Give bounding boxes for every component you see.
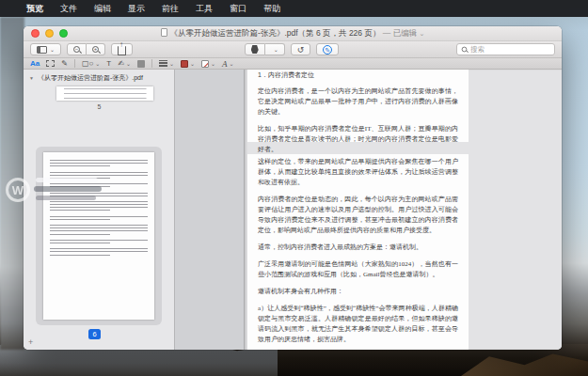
thumbnail-sidebar: ▼ 《从零开始做运营进阶篇-张亮》.pdf 5 6 <box>24 70 175 350</box>
page-6-badge: 6 <box>88 329 101 339</box>
pdf-page: 1．内容消费者定位 定位内容消费者，是一个以内容为主的网站或产品首先要做的事情，… <box>244 70 562 350</box>
sidebar-filename: 《从零开始做运营进阶篇-张亮》.pdf <box>38 73 143 83</box>
sketch-tool[interactable]: ✎ <box>61 59 68 68</box>
chevron-down-icon: ⌄ <box>230 60 234 67</box>
chevron-down-icon: ⌄ <box>190 60 195 67</box>
wallpaper-left-blur <box>0 17 24 350</box>
rotate-icon: ↺ <box>297 45 305 55</box>
menu-item-edit[interactable]: 编辑 <box>86 0 119 17</box>
shape-style-button[interactable]: ⌄ <box>159 60 174 68</box>
chevron-down-icon: ⌄ <box>274 46 278 53</box>
menu-item-go[interactable]: 前往 <box>153 0 187 17</box>
paragraph: a）让人感受到“稀缺性”，感受到“稀缺性”会带来两种极端，人群精确锁定与黑市交易… <box>258 304 458 345</box>
title-bar[interactable]: 《从零开始做运营进阶篇-张亮》.pdf（第 6 页，共 226 页） — 已编辑… <box>24 26 562 41</box>
toolbar: ⌄ − + ⌄ ↺ ✎ <box>24 41 562 58</box>
text-style-button[interactable]: A⌄ <box>222 59 234 69</box>
markup-toolbar: Aa ✎ ▢○⌄ T ✍⌄ ⌄ ⌄ ⌄ A⌄ <box>24 58 562 70</box>
paragraph: 定位内容消费者，是一个以内容为主的网站或产品首先要做的事情，它是决定网站或产品最… <box>258 86 458 118</box>
preview-window: 《从零开始做运营进阶篇-张亮》.pdf（第 6 页，共 226 页） — 已编辑… <box>24 26 562 350</box>
signature-icon: ✍ <box>118 59 124 68</box>
note-tool[interactable] <box>137 60 145 68</box>
chevron-down-icon: ⌄ <box>211 60 215 67</box>
chevron-down-icon: ⌄ <box>126 60 131 67</box>
page-5-thumbnail[interactable] <box>56 86 153 101</box>
paragraph: 邀请机制本身会有几种作用： <box>258 287 458 297</box>
zoom-in-icon: + <box>92 46 99 53</box>
chevron-down-icon: ⌄ <box>95 60 100 67</box>
text-block: 这样的定位，带来的是网站或产品早期提供内容会聚焦在哪一个用户群体，从而建立比较单… <box>247 154 469 350</box>
divider <box>74 59 75 68</box>
highlight-group: ⌄ <box>245 43 285 55</box>
border-color-button[interactable]: ⌄ <box>181 60 195 68</box>
paragraph: 比如，知乎早期的内容消费者定位是IT、互联网人群；豆瓣早期的内容消费者定位是喜欢… <box>258 124 458 155</box>
highlighter-icon <box>251 45 259 54</box>
window-title: 《从零开始做运营进阶篇-张亮》.pdf（第 6 页，共 226 页） — 已编辑… <box>24 28 562 39</box>
menu-bar: 预览 文件 编辑 显示 前往 工具 窗口 帮助 <box>0 0 588 17</box>
edited-label[interactable]: — 已编辑 <box>383 28 417 38</box>
sign-tool[interactable]: ✍⌄ <box>118 59 131 68</box>
menu-item-preview[interactable]: 预览 <box>18 0 52 17</box>
shapes-icon: ▢○ <box>82 59 93 68</box>
share-icon <box>118 46 126 55</box>
paragraph: 广泛采用邀请制的可能是色情网站（大家熟知的1024），当然也有一些小范围测试的游… <box>258 259 458 280</box>
zoom-out-icon: − <box>73 46 80 53</box>
menu-item-view[interactable]: 显示 <box>119 0 153 17</box>
text-box-tool[interactable]: T <box>106 59 111 68</box>
fill-color-swatch <box>201 60 209 68</box>
zoom-group: − + <box>67 43 105 55</box>
menu-item-help[interactable]: 帮助 <box>255 0 289 17</box>
desktop: 预览 文件 编辑 显示 前往 工具 窗口 帮助 《从零开始做运营进阶篇-张亮》.… <box>0 0 588 376</box>
paragraph: 这样的定位，带来的是网站或产品早期提供内容会聚焦在哪一个用户群体，从而建立比较单… <box>258 157 458 188</box>
share-button[interactable] <box>111 43 133 55</box>
highlight-button[interactable] <box>245 43 265 55</box>
chevron-down-icon: ⌄ <box>169 60 174 67</box>
fill-color-button[interactable]: ⌄ <box>201 60 215 68</box>
pdf-view[interactable]: 1．内容消费者定位 定位内容消费者，是一个以内容为主的网站或产品首先要做的事情，… <box>175 70 562 350</box>
note-icon <box>137 60 145 68</box>
window-title-text: 《从零开始做运营进阶篇-张亮》.pdf（第 6 页，共 226 页） <box>170 28 381 38</box>
title-chevron-icon[interactable]: ⌄ <box>420 30 425 37</box>
zoom-in-button[interactable]: + <box>87 43 105 55</box>
zoom-out-button[interactable]: − <box>67 43 87 55</box>
add-page-icon[interactable]: + <box>28 337 33 347</box>
page-5-label: 5 <box>24 103 175 110</box>
page-6-thumbnail[interactable] <box>43 152 154 320</box>
search-input[interactable] <box>470 45 546 54</box>
text-selection-tool[interactable]: Aa <box>30 59 40 68</box>
search-icon <box>462 47 468 53</box>
line-weight-icon <box>159 60 167 68</box>
sidebar-view-icon <box>37 46 47 54</box>
document-icon <box>161 28 167 37</box>
markup-toolbar-toggle[interactable]: ✎ <box>316 43 339 55</box>
divider <box>151 59 152 68</box>
text-style-icon: A <box>222 59 228 69</box>
search-field[interactable] <box>456 43 555 55</box>
view-menu-button[interactable]: ⌄ <box>30 43 61 55</box>
disclosure-triangle-icon[interactable]: ▼ <box>29 75 34 81</box>
text-block: 1．内容消费者定位 定位内容消费者，是一个以内容为主的网站或产品首先要做的事情，… <box>247 70 469 142</box>
shapes-tool[interactable]: ▢○⌄ <box>82 59 100 68</box>
chevron-down-icon: ⌄ <box>50 46 55 53</box>
rotate-button[interactable]: ↺ <box>291 43 311 55</box>
menu-item-tools[interactable]: 工具 <box>187 0 221 17</box>
border-color-swatch <box>181 60 188 68</box>
paragraph: 通常，控制内容消费者进入最成熟的方案是：邀请机制。 <box>258 243 458 253</box>
selection-rect-icon <box>46 60 55 67</box>
window-content: ▼ 《从零开始做运营进阶篇-张亮》.pdf 5 6 <box>24 70 562 350</box>
highlight-menu-button[interactable]: ⌄ <box>265 43 285 55</box>
markup-pencil-icon: ✎ <box>323 45 332 55</box>
rect-selection-tool[interactable] <box>46 60 55 67</box>
section-heading: 1．内容消费者定位 <box>258 70 458 80</box>
sidebar-file-row[interactable]: ▼ 《从零开始做运营进阶篇-张亮》.pdf <box>24 70 174 85</box>
menu-item-window[interactable]: 窗口 <box>221 0 255 17</box>
paragraph: 内容消费者的定位是动态的，因此，每个以内容为主的网站或产品需要评估让用户进入的速… <box>258 195 458 236</box>
menu-item-file[interactable]: 文件 <box>52 0 86 17</box>
